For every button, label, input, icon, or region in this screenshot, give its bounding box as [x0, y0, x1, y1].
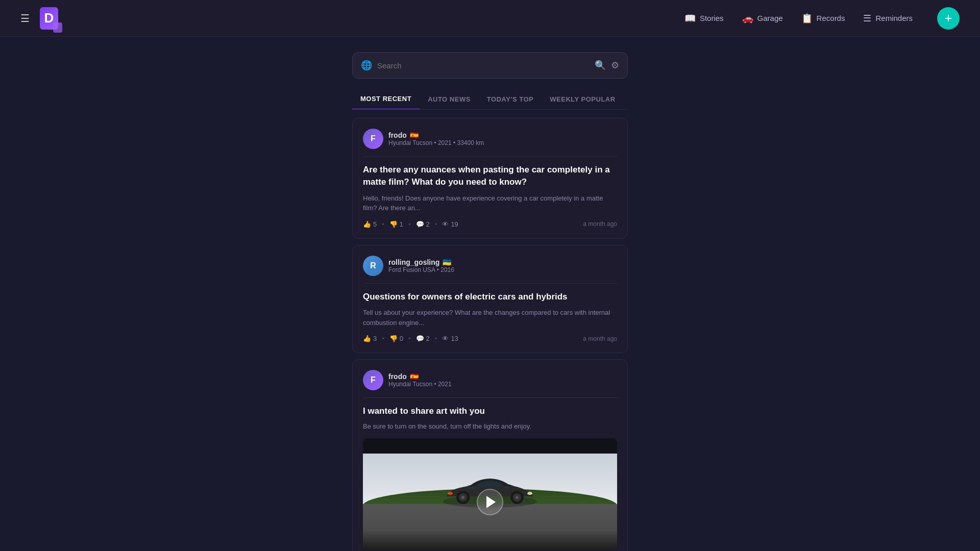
comments-stat: 💬 2 [416, 335, 430, 342]
views-count: 19 [451, 220, 458, 228]
comment-count: 2 [426, 220, 430, 228]
post-title[interactable]: Are there any nuances when pasting the c… [363, 164, 617, 188]
post-footer: 👍 3 • 👎 0 • 💬 2 • 👁 13 a month [363, 335, 617, 342]
post-subtitle: Be sure to turn on the sound, turn off t… [363, 422, 617, 430]
nav-reminders[interactable]: ☰ Reminders [863, 13, 913, 24]
author-name: frodo [388, 372, 407, 381]
likes-stat: 👍 5 [363, 220, 377, 228]
like-icon[interactable]: 👍 [363, 335, 371, 342]
nav-reminders-label: Reminders [875, 14, 913, 22]
post-meta: frodo 🇪🇸 Hyundai Tucson • 2021 • 33400 k… [388, 131, 484, 146]
search-icon[interactable]: 🔍 [595, 60, 606, 71]
author-name: frodo [388, 131, 407, 139]
dot-2: • [408, 220, 411, 228]
post-meta: rolling_gosling 🇺🇦 Ford Fusion USA • 201… [388, 258, 454, 273]
views-icon: 👁 [442, 220, 449, 228]
tab-weekly-popular[interactable]: WEEKLY POPULAR [542, 89, 623, 109]
post-timestamp: a month ago [583, 220, 617, 228]
nav-records[interactable]: 📋 Records [801, 13, 845, 24]
dislike-count: 1 [400, 220, 403, 228]
author-flag: 🇺🇦 [443, 258, 451, 266]
nav-garage[interactable]: 🚗 Garage [742, 13, 783, 24]
post-excerpt: Tell us about your experience? What are … [363, 308, 617, 328]
post-car-info: Ford Fusion USA • 2016 [388, 266, 454, 273]
dot-1: • [382, 335, 384, 342]
tab-monthly-p[interactable]: MONTHLY P [624, 89, 628, 109]
likes-stat: 👍 3 [363, 335, 377, 342]
dislike-icon[interactable]: 👎 [389, 220, 398, 228]
reminders-icon: ☰ [863, 13, 871, 24]
globe-icon: 🌐 [361, 60, 372, 71]
post-card: F frodo 🇪🇸 Hyundai Tucson • 2021 I wante… [352, 359, 628, 551]
tab-todays-top[interactable]: TODAY'S TOP [479, 89, 542, 109]
post-header: F frodo 🇪🇸 Hyundai Tucson • 2021 [363, 370, 617, 398]
avatar: F [363, 370, 383, 390]
garage-icon: 🚗 [742, 13, 753, 24]
post-header: R rolling_gosling 🇺🇦 Ford Fusion USA • 2… [363, 256, 617, 284]
dislikes-stat: 👎 0 [389, 335, 403, 342]
add-button[interactable]: + [937, 7, 960, 30]
logo-icon: D [40, 7, 58, 30]
dot-2: • [408, 335, 411, 342]
stories-icon: 📖 [684, 13, 696, 24]
post-car-info: Hyundai Tucson • 2021 [388, 381, 452, 388]
like-count: 3 [373, 335, 377, 342]
post-author: frodo 🇪🇸 [388, 131, 484, 139]
header: ☰ D 📖 Stories 🚗 Garage 📋 Records ☰ Remin… [0, 0, 980, 37]
author-flag: 🇪🇸 [410, 372, 419, 381]
author-name: rolling_gosling [388, 258, 439, 266]
post-card: R rolling_gosling 🇺🇦 Ford Fusion USA • 2… [352, 245, 628, 354]
views-stat: 👁 19 [442, 220, 458, 228]
tab-most-recent[interactable]: MOST RECENT [352, 89, 420, 110]
play-triangle-icon [486, 496, 496, 508]
views-count: 13 [451, 335, 458, 342]
content-area: 🌐 🔍 ⚙ MOST RECENT AUTO NEWS TODAY'S TOP … [352, 52, 628, 551]
road-scene [363, 454, 617, 550]
views-icon: 👁 [442, 335, 449, 342]
post-car-info: Hyundai Tucson • 2021 • 33400 km [388, 139, 484, 146]
main-content: 🌐 🔍 ⚙ MOST RECENT AUTO NEWS TODAY'S TOP … [0, 37, 980, 551]
search-bar: 🌐 🔍 ⚙ [352, 52, 628, 79]
video-top-bar [363, 438, 617, 454]
nav-garage-label: Garage [757, 14, 783, 22]
like-icon[interactable]: 👍 [363, 220, 371, 228]
hamburger-menu[interactable]: ☰ [20, 12, 30, 24]
avatar: F [363, 129, 383, 149]
records-icon: 📋 [801, 13, 813, 24]
tabs: MOST RECENT AUTO NEWS TODAY'S TOP WEEKLY… [352, 89, 628, 110]
video-container[interactable] [363, 438, 617, 550]
dot-3: • [435, 335, 437, 342]
nav-stories-label: Stories [700, 14, 724, 22]
tab-auto-news[interactable]: AUTO NEWS [420, 89, 479, 109]
comment-icon: 💬 [416, 335, 424, 342]
post-author: rolling_gosling 🇺🇦 [388, 258, 454, 266]
search-input[interactable] [377, 61, 590, 70]
author-flag: 🇪🇸 [410, 131, 419, 139]
like-count: 5 [373, 220, 377, 228]
post-excerpt: Hello, friends! Does anyone have experie… [363, 193, 617, 213]
post-timestamp: a month ago [583, 335, 617, 342]
nav-records-label: Records [817, 14, 845, 22]
post-footer: 👍 5 • 👎 1 • 💬 2 • 👁 19 a month [363, 220, 617, 228]
post-title[interactable]: I wanted to share art with you [363, 405, 617, 417]
views-stat: 👁 13 [442, 335, 458, 342]
filter-icon[interactable]: ⚙ [611, 60, 619, 71]
post-meta: frodo 🇪🇸 Hyundai Tucson • 2021 [388, 372, 452, 388]
dislikes-stat: 👎 1 [389, 220, 403, 228]
comment-count: 2 [426, 335, 430, 342]
post-card: F frodo 🇪🇸 Hyundai Tucson • 2021 • 33400… [352, 118, 628, 239]
comments-stat: 💬 2 [416, 220, 430, 228]
comment-icon: 💬 [416, 220, 424, 228]
video-overlay [363, 530, 617, 550]
post-author: frodo 🇪🇸 [388, 372, 452, 381]
play-button[interactable] [477, 489, 503, 515]
post-title[interactable]: Questions for owners of electric cars an… [363, 291, 617, 303]
logo: D [40, 7, 58, 30]
nav: 📖 Stories 🚗 Garage 📋 Records ☰ Reminders… [684, 7, 960, 30]
dislike-icon[interactable]: 👎 [389, 335, 398, 342]
nav-stories[interactable]: 📖 Stories [684, 13, 724, 24]
dot-3: • [435, 220, 437, 228]
dot-1: • [382, 220, 384, 228]
avatar: R [363, 256, 383, 276]
post-header: F frodo 🇪🇸 Hyundai Tucson • 2021 • 33400… [363, 129, 617, 157]
